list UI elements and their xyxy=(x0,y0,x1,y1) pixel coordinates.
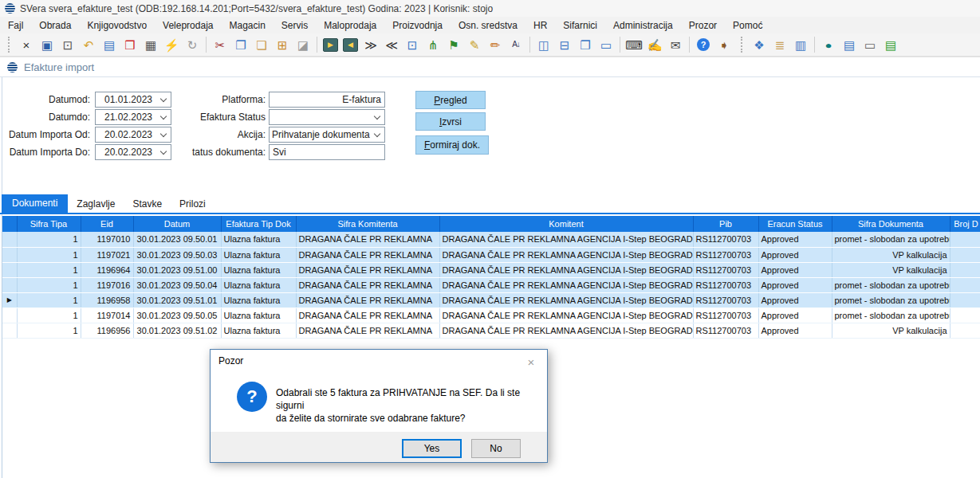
table-row[interactable]: 1119701630.01.2023 09.50.04Ulazna faktur… xyxy=(2,277,980,292)
help-icon[interactable]: ? xyxy=(697,38,710,51)
tile-horizontal-icon[interactable]: ⊟ xyxy=(554,35,575,54)
column-header-eid[interactable]: Eid xyxy=(81,216,133,232)
tab-prilozi[interactable]: Prilozi xyxy=(171,196,214,213)
paste-icon[interactable]: ❏ xyxy=(251,35,272,54)
tab-stavke[interactable]: Stavke xyxy=(124,196,171,213)
column-header-pib[interactable]: Pib xyxy=(693,216,758,232)
cell-tip_dok: Ulazna faktura xyxy=(221,232,296,247)
column-header-sifra_tipa[interactable]: Sifra Tipa xyxy=(17,216,81,232)
menu-item-knjigovodstvo[interactable]: Knjigovodstvo xyxy=(79,18,155,33)
platforma-input[interactable]: E-faktura xyxy=(269,92,385,108)
tab-zaglavlje[interactable]: Zaglavlje xyxy=(68,196,124,213)
cell-datum: 30.01.2023 09.51.01 xyxy=(133,292,221,308)
exit-icon[interactable]: ➧ xyxy=(714,35,734,54)
edit-note-icon[interactable]: ✍ xyxy=(644,35,665,54)
manual-icon[interactable]: ▥ xyxy=(790,35,811,54)
close-icon[interactable]: × xyxy=(16,35,37,54)
column-header-eracun_status[interactable]: Eracun Status xyxy=(758,216,832,232)
table-row[interactable]: ▶1119695830.01.2023 09.51.01Ulazna faktu… xyxy=(2,292,980,308)
next-record-icon[interactable]: ▶ xyxy=(323,38,338,52)
copy-icon[interactable]: ❐ xyxy=(230,35,251,54)
print-preview-icon[interactable]: ⊡ xyxy=(57,35,78,54)
notebook-icon[interactable]: ▤ xyxy=(880,35,901,54)
menu-item-sifarnici[interactable]: Sifarnici xyxy=(555,18,605,33)
cell-eracun_status: Approved xyxy=(758,308,832,323)
menu-item-magacin[interactable]: Magacin xyxy=(221,18,273,33)
cut-icon[interactable]: ✂ xyxy=(210,35,230,54)
column-header-sifra_komitenta[interactable]: Sifra Komitenta xyxy=(296,216,439,232)
cell-komitent: DRAGANA ČALE PR REKLAMNA AGENCIJA I-Step… xyxy=(439,308,693,323)
confirm-dialog: Pozor × ? Odabrali ste 5 faktura za PRIH… xyxy=(210,349,548,463)
column-header-datum[interactable]: Datum xyxy=(133,216,221,232)
bookmark-icon[interactable]: ❖ xyxy=(749,35,769,54)
calculator-icon[interactable]: ⌨ xyxy=(624,35,644,54)
refresh-icon[interactable]: ↻ xyxy=(182,35,203,54)
cell-pib: RS112700703 xyxy=(693,308,758,323)
row-indicator xyxy=(2,308,17,323)
undo-icon[interactable]: ↶ xyxy=(78,35,99,54)
table-row[interactable]: 1119701030.01.2023 09.50.01Ulazna faktur… xyxy=(2,232,980,247)
subwindow-header: Efakture import xyxy=(0,57,980,77)
cell-sifra_dokumenta: VP kalkulacija xyxy=(832,262,950,277)
title-bar: SVera svera_efakture_test (ODB:192.168.1… xyxy=(0,0,980,17)
izvrsi-button[interactable]: Izvrsi xyxy=(415,112,486,131)
erase-icon[interactable]: ◪ xyxy=(293,35,313,54)
first-record-icon[interactable]: ≪ xyxy=(381,35,402,54)
table-icon[interactable]: ⊞ xyxy=(272,35,293,54)
flag-icon[interactable]: ⚑ xyxy=(443,35,464,54)
formiraj-dok-button[interactable]: Formiraj dok. xyxy=(415,135,489,155)
column-header-tip_dok[interactable]: Efaktura Tip Dok xyxy=(221,216,296,232)
execute-icon[interactable]: ⚡ xyxy=(161,35,182,54)
cascade-windows-icon[interactable]: ❐ xyxy=(575,35,596,54)
menu-item-hr[interactable]: HR xyxy=(525,18,555,33)
efaktura-status-combo[interactable] xyxy=(269,109,385,125)
column-header-broj[interactable]: Broj D xyxy=(950,216,980,232)
column-header-sifra_dokumenta[interactable]: Sifra Dokumenta xyxy=(832,216,950,232)
sort-az-icon[interactable]: A↓ xyxy=(506,35,526,54)
menu-item-proizvodnja[interactable]: Proizvodnja xyxy=(384,18,451,33)
menu-item-administracija[interactable]: Administracija xyxy=(605,18,681,33)
table-row[interactable]: 1119701430.01.2023 09.50.05Ulazna faktur… xyxy=(2,308,980,323)
marker-icon[interactable]: ✎ xyxy=(464,35,485,54)
pregled-button[interactable]: Pregled xyxy=(415,91,486,109)
menu-item-veleprodaja[interactable]: Veleprodaja xyxy=(155,18,221,33)
menu-item-pomo[interactable]: Pomoć xyxy=(725,18,770,33)
table-row[interactable]: 1119695630.01.2023 09.51.02Ulazna faktur… xyxy=(2,323,980,338)
search-icon[interactable]: ⊡ xyxy=(402,35,423,54)
print-icon[interactable]: ▤ xyxy=(99,35,120,54)
menu-item-servis[interactable]: Servis xyxy=(274,18,316,33)
save-icon[interactable]: ▣ xyxy=(37,35,57,54)
database-icon[interactable]: ● xyxy=(818,37,839,52)
table-row[interactable]: 1119696430.01.2023 09.51.00Ulazna faktur… xyxy=(2,262,980,277)
no-button[interactable]: No xyxy=(471,439,521,458)
window-icon[interactable]: ▭ xyxy=(596,35,616,54)
print-setup-icon[interactable]: ▦ xyxy=(140,35,161,54)
tile-vertical-icon[interactable]: ◫ xyxy=(533,35,554,54)
password-icon[interactable]: ▭ xyxy=(860,35,880,54)
menu-item-prozor[interactable]: Prozor xyxy=(681,18,725,33)
menu-item-obrada[interactable]: Obrada xyxy=(31,18,79,33)
yes-button[interactable]: Yes xyxy=(402,439,462,458)
scroll-icon[interactable]: ≣ xyxy=(769,35,790,54)
message-icon[interactable]: ✉ xyxy=(665,35,686,54)
tab-dokumenti[interactable]: Dokumenti xyxy=(2,194,68,213)
cell-tip_dok: Ulazna faktura xyxy=(221,277,296,292)
status-dokumenta-input[interactable]: Svi xyxy=(269,144,385,160)
cell-sifra_dokumenta: promet - slobodan za upotrebu xyxy=(832,277,950,292)
document-icon[interactable]: ▤ xyxy=(839,35,860,54)
marker2-icon[interactable]: ✏ xyxy=(485,35,506,54)
column-header-sel[interactable] xyxy=(2,216,17,232)
export-pdf-icon[interactable]: ❒ xyxy=(120,35,140,54)
close-icon[interactable]: × xyxy=(520,353,542,370)
menu-item-fajl[interactable]: Fajl xyxy=(0,18,31,33)
tree-icon[interactable]: ⋔ xyxy=(423,35,443,54)
akcija-combo[interactable]: Prihvatanje dokumenta xyxy=(269,127,385,143)
column-header-komitent[interactable]: Komitent xyxy=(439,216,693,232)
prev-record-icon[interactable]: ◀ xyxy=(343,38,358,52)
last-record-icon[interactable]: ≫ xyxy=(360,35,381,54)
menu-item-maloprodaja[interactable]: Maloprodaja xyxy=(316,18,384,33)
cell-eracun_status: Approved xyxy=(758,292,832,308)
menu-item-osn-sredstva[interactable]: Osn. sredstva xyxy=(451,18,525,33)
table-row[interactable]: 1119702130.01.2023 09.50.03Ulazna faktur… xyxy=(2,247,980,262)
cell-eid: 1197016 xyxy=(81,277,133,292)
